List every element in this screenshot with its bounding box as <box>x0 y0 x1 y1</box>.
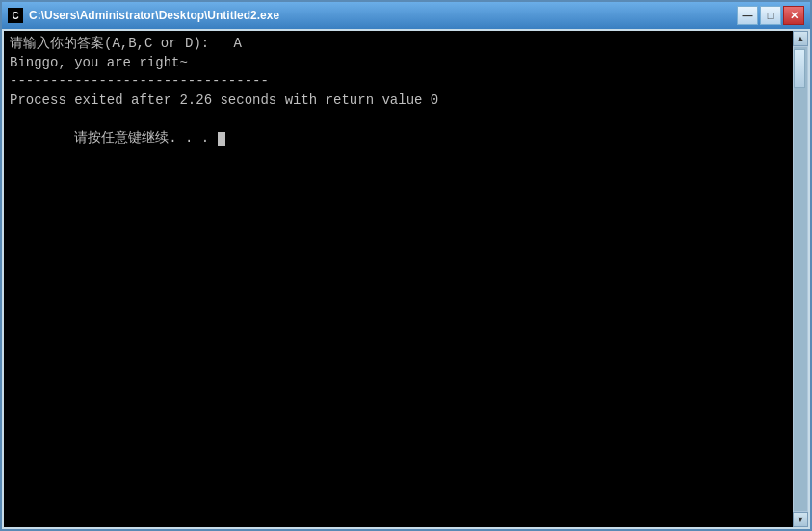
console-line-5: Process exited after 2.26 seconds with r… <box>10 92 787 111</box>
window-controls: — □ ✕ <box>737 6 804 25</box>
app-icon: C <box>8 8 23 23</box>
window-body: 请输入你的答案(A,B,C or D): A Binggo, you are r… <box>2 29 810 529</box>
scroll-up-button[interactable]: ▲ <box>793 31 808 46</box>
title-bar-text: C C:\Users\Administrator\Desktop\Untitle… <box>8 8 279 23</box>
scrollbar[interactable]: ▲ ▼ <box>793 31 808 527</box>
console-line-1: 请输入你的答案(A,B,C or D): A <box>10 35 787 54</box>
console-line-3: -------------------------------- <box>10 72 787 92</box>
scroll-track[interactable] <box>794 47 807 511</box>
console-line-2: Binggo, you are right~ <box>10 54 787 73</box>
minimize-button[interactable]: — <box>737 6 758 25</box>
scroll-thumb[interactable] <box>794 49 805 88</box>
close-button[interactable]: ✕ <box>783 6 804 25</box>
window: C C:\Users\Administrator\Desktop\Untitle… <box>0 0 812 531</box>
maximize-button[interactable]: □ <box>760 6 781 25</box>
scroll-down-button[interactable]: ▼ <box>793 512 808 527</box>
console-area[interactable]: 请输入你的答案(A,B,C or D): A Binggo, you are r… <box>4 31 793 527</box>
cursor <box>218 132 225 146</box>
title-bar: C C:\Users\Administrator\Desktop\Untitle… <box>2 2 810 29</box>
console-line-6: 请按任意键继续. . . <box>10 110 787 167</box>
